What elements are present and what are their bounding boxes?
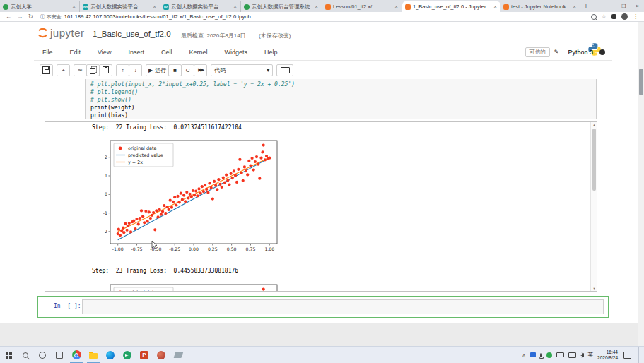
microphone-icon[interactable] bbox=[540, 353, 542, 357]
extension-icon[interactable] bbox=[611, 14, 616, 19]
maximize-icon[interactable]: ❐ bbox=[617, 4, 631, 9]
tab-close-icon[interactable]: × bbox=[314, 4, 319, 10]
url-field[interactable]: 161.189.42.107:5003/notebooks/Lesson/01_… bbox=[64, 13, 251, 20]
start-button[interactable] bbox=[0, 347, 17, 363]
paste-icon bbox=[103, 66, 109, 73]
tab-close-icon[interactable]: × bbox=[493, 4, 498, 10]
move-cell-down-button[interactable]: ↓ bbox=[129, 64, 142, 76]
restart-run-all-button[interactable]: ▶▶ bbox=[194, 64, 207, 76]
cut-cell-button[interactable]: ✂ bbox=[74, 64, 87, 76]
notebook-title[interactable]: 1_Basic_use_of_tf2.0 bbox=[93, 30, 171, 38]
scroll-up-icon[interactable]: ▲ bbox=[592, 123, 597, 126]
paste-cell-button[interactable] bbox=[99, 64, 112, 76]
browser-tab-7[interactable]: test - Jupyter Notebook × bbox=[500, 1, 580, 12]
menu-widgets[interactable]: Widgets bbox=[216, 49, 256, 56]
taskbar-green-app[interactable] bbox=[119, 347, 136, 363]
screen: 云创大学 × bd 云创大数据实验平台 × bd 云创大数据实验平台 × 云创大… bbox=[0, 0, 644, 363]
tab-close-icon[interactable]: × bbox=[394, 4, 399, 10]
browser-tab-5[interactable]: Lesson/01_tf2.x/ × bbox=[322, 1, 402, 12]
tray-green-icon[interactable] bbox=[546, 352, 552, 358]
taskbar-gray-app[interactable] bbox=[170, 347, 187, 363]
minimize-icon[interactable]: ─ bbox=[604, 4, 617, 8]
taskbar-clock[interactable]: 16:44 2020/8/24 bbox=[597, 350, 618, 360]
mouse-cursor bbox=[151, 239, 158, 252]
profile-avatar[interactable] bbox=[621, 13, 628, 20]
run-cell-button[interactable]: ▶运行 bbox=[146, 64, 169, 76]
browser-tab-2[interactable]: bd 云创大数据实验平台 × bbox=[80, 1, 160, 12]
tab-close-icon[interactable]: × bbox=[572, 4, 577, 10]
speaker-icon[interactable] bbox=[580, 353, 584, 357]
page-scrollbar-thumb[interactable] bbox=[639, 69, 643, 95]
gray-app-icon bbox=[173, 352, 183, 358]
copy-icon bbox=[90, 68, 95, 74]
action-center-icon[interactable] bbox=[623, 352, 631, 359]
menu-file[interactable]: File bbox=[34, 49, 62, 56]
kernel-name[interactable]: Python 3 bbox=[568, 49, 593, 56]
taskbar-powerpoint[interactable]: P bbox=[136, 347, 153, 363]
menu-view[interactable]: View bbox=[89, 49, 119, 56]
cortana-button[interactable] bbox=[34, 347, 51, 363]
green-app-icon bbox=[123, 351, 131, 359]
chrome-icon bbox=[72, 350, 81, 359]
forward-icon[interactable]: → bbox=[17, 13, 23, 20]
input-language-indicator[interactable]: 英 bbox=[588, 352, 594, 359]
svg-text:original data: original data bbox=[128, 145, 156, 151]
move-cell-up-button[interactable]: ↑ bbox=[116, 64, 129, 76]
menu-insert[interactable]: Insert bbox=[119, 49, 153, 56]
reload-icon[interactable]: ↻ bbox=[28, 13, 33, 20]
tab-close-icon[interactable]: × bbox=[152, 4, 157, 10]
output-scrollbar[interactable]: ▲ ▼ bbox=[590, 122, 597, 291]
browser-tab-active[interactable]: 1_Basic_use_of_tf2.0 - Jupyter × bbox=[402, 1, 500, 12]
scroll-down-icon[interactable]: ▼ bbox=[592, 287, 597, 290]
new-tab-button[interactable]: + bbox=[580, 1, 592, 12]
security-indicator[interactable]: ⓘ 不安全 bbox=[40, 13, 62, 20]
taskbar-chrome[interactable] bbox=[68, 347, 85, 363]
battery-icon[interactable] bbox=[556, 352, 564, 357]
browser-tab-4[interactable]: 云创大数据后台管理系统 × bbox=[241, 1, 322, 12]
windows-taskbar: P ∧ 英 16:44 2020/8/24 bbox=[0, 346, 644, 363]
menu-edit[interactable]: Edit bbox=[62, 49, 90, 56]
cell-type-select[interactable]: 代码 ▾ bbox=[211, 64, 273, 76]
empty-code-cell[interactable]: In [ ]: bbox=[37, 296, 609, 318]
back-icon[interactable]: ← bbox=[6, 13, 11, 20]
command-palette-button[interactable] bbox=[276, 64, 293, 76]
taskbar-red-app[interactable] bbox=[153, 347, 170, 363]
tab-close-icon[interactable]: × bbox=[71, 4, 76, 10]
display-icon[interactable] bbox=[568, 352, 576, 358]
show-desktop-button[interactable] bbox=[638, 347, 641, 363]
restart-kernel-button[interactable]: C bbox=[181, 64, 194, 76]
interrupt-kernel-button[interactable]: ■ bbox=[168, 64, 182, 76]
menu-help[interactable]: Help bbox=[256, 49, 286, 56]
svg-text:-0.75: -0.75 bbox=[131, 246, 143, 251]
trusted-button[interactable]: 可信的 bbox=[525, 47, 550, 57]
jupyter-logo-text: jupyter bbox=[50, 27, 85, 39]
browser-tab-3[interactable]: bd 云创大数据实验平台 × bbox=[160, 1, 241, 12]
bd-site-icon: bd bbox=[83, 4, 88, 10]
output-scroll-area[interactable]: Step: 22 Traing Loss: 0.0213245116174221… bbox=[45, 121, 597, 292]
save-button[interactable] bbox=[40, 64, 53, 76]
browser-menu-icon[interactable]: ⋮ bbox=[633, 13, 638, 20]
copy-cell-button[interactable] bbox=[86, 64, 100, 76]
add-cell-button[interactable]: + bbox=[57, 64, 70, 76]
code-line: print(weight) bbox=[90, 105, 135, 111]
taskbar-file-explorer[interactable] bbox=[85, 347, 102, 363]
save-icon bbox=[42, 66, 50, 74]
close-icon[interactable]: × bbox=[631, 4, 644, 8]
menu-kernel[interactable]: Kernel bbox=[180, 49, 216, 56]
scrollbar-thumb[interactable] bbox=[592, 129, 596, 191]
bookmark-star-icon[interactable]: ☆ bbox=[602, 13, 607, 20]
taskbar-search-button[interactable] bbox=[17, 347, 34, 363]
task-view-button[interactable] bbox=[51, 347, 68, 363]
taskbar-edge[interactable] bbox=[102, 347, 119, 363]
code-cell-input[interactable]: # plt.plot(input_x, 2*input_x+0.25, labe… bbox=[85, 79, 597, 119]
jupyter-logo[interactable]: jupyter bbox=[37, 27, 85, 39]
browser-tab-1[interactable]: 云创大学 × bbox=[0, 1, 80, 12]
notebook-page: jupyter 1_Basic_use_of_tf2.0 最后检查: 2020年… bbox=[0, 22, 644, 346]
page-scrollbar[interactable] bbox=[638, 22, 644, 346]
tray-expand-icon[interactable]: ∧ bbox=[522, 352, 525, 358]
zoom-icon[interactable] bbox=[591, 14, 597, 20]
empty-cell-input[interactable] bbox=[82, 299, 604, 314]
menu-cell[interactable]: Cell bbox=[153, 49, 181, 56]
tray-blue-icon[interactable] bbox=[530, 352, 536, 357]
tab-close-icon[interactable]: × bbox=[233, 4, 238, 10]
